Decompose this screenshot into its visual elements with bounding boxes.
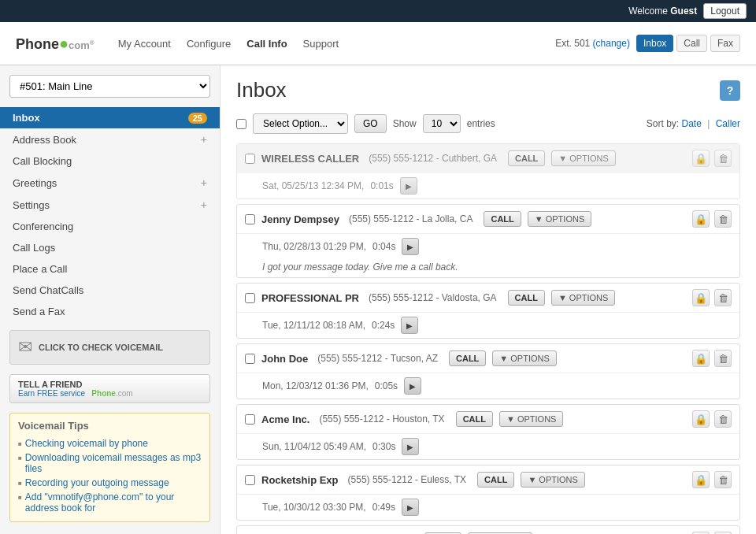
play-button-6[interactable]: ▶ [402, 499, 419, 516]
sort-by-date[interactable]: Date [681, 118, 701, 129]
top-bar: Welcome Guest Logout [0, 0, 756, 22]
call-pill[interactable]: Call [676, 35, 707, 52]
delete-icon-3[interactable]: 🗑 [714, 289, 732, 306]
sidebar-item-send-fax[interactable]: Send a Fax [0, 301, 220, 322]
show-label: Show [393, 118, 417, 129]
sort-by-caller[interactable]: Caller [716, 118, 740, 129]
message-preview-2: I got your message today. Give me a call… [237, 259, 739, 277]
tip-item-3[interactable]: Recording your outgoing message [18, 476, 202, 490]
caller-name-3: PROFESSIONAL PR [261, 292, 359, 304]
call-button-3[interactable]: CALL [508, 290, 545, 306]
message-header-5: Acme Inc. (555) 555-1212 - Houston, TX C… [237, 405, 739, 434]
logout-button[interactable]: Logout [703, 3, 747, 19]
ext-number: Ext. 501 [555, 38, 590, 49]
message-duration-6: 0:49s [372, 502, 395, 513]
sidebar-item-address-book[interactable]: Address Book + [0, 128, 220, 150]
lock-icon-5[interactable]: 🔒 [692, 410, 710, 428]
sidebar-label-conferencing: Conferencing [13, 221, 73, 232]
message-detail-5: Sun, 11/04/12 05:49 AM, 0:30s ▶ [237, 434, 739, 459]
message-row-5: Acme Inc. (555) 555-1212 - Houston, TX C… [236, 404, 740, 460]
tell-friend-banner[interactable]: TELL A FRIEND Earn FREE service Phone.co… [9, 374, 210, 403]
inbox-badge: 25 [188, 113, 207, 124]
change-ext-link[interactable]: (change) [593, 38, 630, 49]
play-button-2[interactable]: ▶ [402, 238, 419, 255]
sidebar-label-call-blocking: Call Blocking [13, 155, 72, 167]
sidebar-item-send-chatcalls[interactable]: Send ChatCalls [0, 280, 220, 301]
sidebar-item-settings[interactable]: Settings + [0, 194, 220, 216]
go-button[interactable]: GO [354, 114, 387, 133]
nav-support[interactable]: Support [303, 38, 339, 50]
inbox-pill[interactable]: Inbox [636, 35, 673, 52]
call-button-4[interactable]: CALL [449, 350, 486, 366]
delete-icon-2[interactable]: 🗑 [714, 210, 732, 228]
voicemail-banner-text: CLICK TO CHECK VOICEMAIL [39, 342, 163, 353]
delete-icon-5[interactable]: 🗑 [714, 410, 732, 428]
message-row-4: John Doe (555) 555-1212 - Tucson, AZ CAL… [236, 343, 740, 399]
call-button-6[interactable]: CALL [477, 472, 514, 488]
lock-icon-3[interactable]: 🔒 [692, 289, 710, 306]
message-date-3: Tue, 12/11/12 08:18 AM, [262, 320, 365, 331]
lock-icon-1[interactable]: 🔒 [692, 150, 710, 167]
fax-pill[interactable]: Fax [710, 35, 740, 52]
options-button-1[interactable]: ▼ OPTIONS [551, 150, 615, 166]
call-button-5[interactable]: CALL [456, 411, 493, 427]
logo-dot-icon: ● [59, 35, 69, 52]
message-header-2: Jenny Dempsey (555) 555-1212 - La Jolla,… [237, 205, 739, 234]
help-button[interactable]: ? [720, 80, 740, 101]
voicemail-banner[interactable]: ✉ CLICK TO CHECK VOICEMAIL [9, 330, 210, 365]
sidebar-label-address-book: Address Book [13, 134, 76, 146]
row-checkbox-4[interactable] [245, 354, 255, 364]
options-button-3[interactable]: ▼ OPTIONS [551, 290, 615, 306]
tip-item-2[interactable]: Downloading voicemail messages as mp3 fi… [18, 451, 202, 476]
options-button-6[interactable]: ▼ OPTIONS [521, 472, 584, 488]
sidebar-item-place-call[interactable]: Place a Call [0, 258, 220, 280]
nav-configure[interactable]: Configure [187, 38, 231, 50]
options-button-2[interactable]: ▼ OPTIONS [528, 211, 591, 227]
message-row-7: Mom (555) 555-1212 - Euless, TX CALL ▼ O… [236, 525, 740, 534]
call-button-2[interactable]: CALL [484, 211, 521, 227]
content-area: Inbox ? Select Option... GO Show 10 25 5… [220, 65, 756, 534]
message-row-3: PROFESSIONAL PR (555) 555-1212 - Valdost… [236, 283, 740, 339]
welcome-label: Welcome [628, 6, 670, 17]
lock-icon-6[interactable]: 🔒 [692, 471, 710, 488]
tip-item-4[interactable]: Add "vmnotify@phone.com" to your address… [18, 490, 202, 515]
row-checkbox-1[interactable] [245, 154, 255, 164]
sidebar-item-inbox[interactable]: Inbox 25 [0, 107, 220, 128]
row-checkbox-3[interactable] [245, 293, 255, 303]
nav-my-account[interactable]: My Account [118, 38, 171, 50]
delete-icon-1[interactable]: 🗑 [714, 150, 732, 167]
bulk-action-select[interactable]: Select Option... [253, 113, 348, 134]
play-button-5[interactable]: ▶ [402, 438, 419, 455]
play-button-1[interactable]: ▶ [400, 177, 417, 195]
account-select[interactable]: #501: Main Line [9, 75, 210, 98]
caller-name-4: John Doe [261, 353, 308, 365]
sidebar-item-greetings[interactable]: Greetings + [0, 172, 220, 194]
message-detail-6: Tue, 10/30/12 03:30 PM, 0:49s ▶ [237, 495, 739, 520]
nav-call-info[interactable]: Call Info [246, 38, 287, 50]
message-duration-4: 0:05s [375, 380, 398, 391]
message-duration-5: 0:30s [372, 441, 395, 452]
play-button-4[interactable]: ▶ [404, 377, 421, 395]
lock-icon-2[interactable]: 🔒 [692, 210, 710, 228]
entries-select[interactable]: 10 25 50 [423, 114, 461, 133]
call-button-1[interactable]: CALL [508, 150, 545, 166]
select-all-checkbox[interactable] [236, 119, 246, 129]
voicemail-tips-title: Voicemail Tips [18, 420, 202, 432]
sort-by-label: Sort by: [647, 118, 682, 129]
delete-icon-4[interactable]: 🗑 [714, 350, 732, 367]
lock-icon-4[interactable]: 🔒 [692, 350, 710, 367]
options-button-4[interactable]: ▼ OPTIONS [492, 350, 556, 366]
row-checkbox-6[interactable] [245, 475, 255, 485]
row-checkbox-2[interactable] [245, 214, 255, 224]
play-button-3[interactable]: ▶ [401, 317, 418, 334]
message-duration-2: 0:04s [372, 241, 395, 252]
sidebar-item-call-logs[interactable]: Call Logs [0, 237, 220, 258]
voicemail-tips-list: Checking voicemail by phone Downloading … [18, 436, 202, 515]
toolbar: Select Option... GO Show 10 25 50 entrie… [236, 113, 740, 134]
sidebar-item-conferencing[interactable]: Conferencing [0, 216, 220, 237]
tip-item-1[interactable]: Checking voicemail by phone [18, 436, 202, 451]
sidebar-item-call-blocking[interactable]: Call Blocking [0, 150, 220, 172]
options-button-5[interactable]: ▼ OPTIONS [499, 411, 563, 427]
row-checkbox-5[interactable] [245, 414, 255, 425]
delete-icon-6[interactable]: 🗑 [714, 471, 732, 488]
